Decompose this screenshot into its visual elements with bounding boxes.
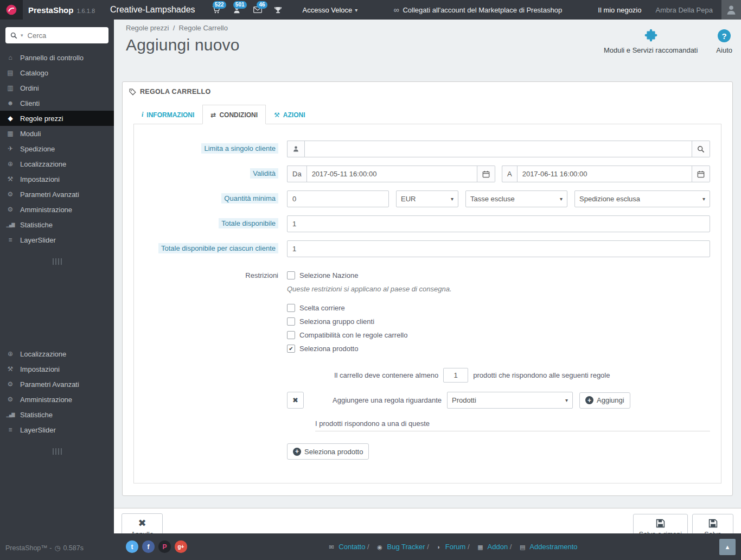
sidebar-item-advanced-parameters[interactable]: ⚙Parametri Avanzati: [0, 187, 114, 202]
tab-informazioni[interactable]: i INFORMAZIONI: [133, 105, 202, 124]
sidebar-item-customers[interactable]: ☻Clienti: [0, 96, 114, 111]
save-button[interactable]: Salva: [692, 514, 733, 534]
tax-select[interactable]: Tasse escluse: [465, 190, 567, 207]
footer-link-addon[interactable]: Addon: [488, 543, 508, 551]
marketplace-link[interactable]: ∞ Collegati all'account del Marketplace …: [393, 5, 562, 14]
plus-icon: +: [293, 448, 301, 456]
cart-min-products-input[interactable]: [443, 368, 468, 383]
prestashop-social-icon[interactable]: P: [158, 540, 171, 553]
sidebar-item-orders[interactable]: ▥Ordini: [0, 80, 114, 96]
remove-rule-group-button[interactable]: ✖: [287, 392, 304, 409]
checkbox-box: [287, 331, 295, 339]
messages-notifications-button[interactable]: 46: [247, 0, 268, 20]
brand: Presta Shop 1.6.1.8: [28, 5, 95, 15]
tab-condizioni[interactable]: ⇄ CONDIZIONI: [202, 105, 266, 124]
select-product-button[interactable]: + Seleziona prodotto: [287, 443, 369, 460]
googleplus-icon[interactable]: g+: [175, 540, 187, 553]
sidebar-item-stats[interactable]: ▁▄▇Statistiche: [0, 217, 114, 232]
tab-azioni[interactable]: ⚒ AZIONI: [266, 105, 313, 124]
footer-link-forum[interactable]: Forum: [445, 543, 466, 551]
help-button[interactable]: ? Aiuto: [716, 29, 732, 54]
checkbox-product-selection[interactable]: ✔ Seleziona prodotto: [287, 345, 710, 353]
search-input[interactable]: [27, 31, 104, 40]
user-menu[interactable]: Ambra Della Pepa: [655, 6, 713, 14]
breadcrumb-cart-rules[interactable]: Regole Carrello: [179, 24, 228, 32]
my-shop-link[interactable]: Il mio negozio: [598, 6, 641, 14]
limit-customer-input[interactable]: [304, 141, 692, 157]
sidebar-item-label: Impostazioni: [20, 175, 60, 183]
sidebar-item-modules[interactable]: ▦Moduli: [0, 126, 114, 141]
sidebar-item-layerslider-2[interactable]: ≡LayerSlider: [0, 422, 114, 437]
footer-link-bug-tracker[interactable]: Bug Tracker: [387, 543, 425, 551]
puzzle-icon: [644, 28, 658, 42]
shipping-select[interactable]: Spedizione esclusa: [574, 190, 710, 207]
date-to-input[interactable]: [517, 166, 692, 182]
facebook-icon[interactable]: f: [142, 540, 155, 553]
sidebar-item-preferences[interactable]: ⚒Impostazioni: [0, 171, 114, 187]
sidebar-collapse-handle[interactable]: [0, 448, 114, 455]
currency-select[interactable]: EUR: [396, 190, 458, 207]
orders-notifications-button[interactable]: 522: [206, 0, 227, 20]
achievements-button[interactable]: [268, 0, 289, 20]
rule-match-heading: I prodotti rispondono a una di queste: [315, 419, 710, 428]
sidebar-item-administration[interactable]: ⚙Amministrazione: [0, 202, 114, 217]
footer-separator: /: [510, 543, 512, 551]
add-rule-button[interactable]: + Aggiungi: [579, 392, 630, 409]
wrench-icon: ⚒: [5, 365, 15, 373]
sidebar-item-layerslider[interactable]: ≡LayerSlider: [0, 232, 114, 247]
total-available-label: Totale disponibile: [219, 218, 278, 228]
date-from-input[interactable]: [306, 166, 477, 182]
sidebar-item-localization-2[interactable]: ⊕Localizzazione: [0, 346, 114, 361]
sidebar-item-localization[interactable]: ⊕Localizzazione: [0, 156, 114, 171]
min-quantity-input[interactable]: [287, 190, 389, 207]
rule-type-select[interactable]: Prodotti: [447, 392, 573, 409]
cart-min-products-text-after: prodotti che rispondono alle seguenti re…: [473, 371, 610, 379]
checkbox-group-restriction[interactable]: Seleziona gruppo clienti: [287, 317, 710, 326]
checkbox-carrier-restriction[interactable]: Scelta corriere: [287, 304, 710, 312]
checkbox-cart-rule-compatibility[interactable]: Compatibilità con le regole carrello: [287, 331, 710, 339]
avatar[interactable]: [721, 0, 741, 20]
search-scope-caret[interactable]: ▾: [21, 33, 23, 38]
footer-links: ✉ Contatto / ◉ Bug Tracker / ◗ Forum / ▦…: [187, 543, 719, 551]
shop-name-link[interactable]: Creative-Lampshades: [110, 5, 195, 15]
save-and-stay-label: Salva e rimani: [639, 531, 682, 534]
sidebar-item-label: LayerSlider: [20, 236, 56, 244]
customer-search-button[interactable]: [692, 141, 710, 157]
quick-access-menu[interactable]: Accesso Veloce ▾: [303, 6, 358, 14]
bar-chart-icon: ▁▄▇: [5, 412, 15, 417]
sidebar-item-advanced-parameters-2[interactable]: ⚙Parametri Avanzati: [0, 377, 114, 392]
sidebar-item-shipping[interactable]: ✈Spedizione: [0, 141, 114, 156]
date-to-calendar-button[interactable]: [692, 166, 710, 182]
sidebar-collapse-handle[interactable]: [0, 258, 114, 265]
date-from-calendar-button[interactable]: [477, 166, 495, 182]
breadcrumb-price-rules[interactable]: Regole prezzi: [126, 24, 169, 32]
sidebar-item-label: Statistiche: [20, 411, 53, 419]
prestashop-logo[interactable]: [0, 0, 23, 20]
footer-link-training[interactable]: Addestramento: [529, 543, 577, 551]
save-and-stay-button[interactable]: Salva e rimani: [633, 514, 688, 534]
sidebar-item-stats-2[interactable]: ▁▄▇Statistiche: [0, 407, 114, 422]
twitter-icon[interactable]: t: [126, 540, 138, 553]
sidebar-item-administration-2[interactable]: ⚙Amministrazione: [0, 392, 114, 407]
total-per-customer-input[interactable]: [287, 240, 710, 257]
cancel-label: Annulla: [131, 531, 154, 533]
sidebar-item-label: Ordini: [20, 84, 39, 92]
checkbox-country-restriction[interactable]: Selezione Nazione: [287, 271, 710, 279]
scroll-to-top-button[interactable]: ▲: [719, 539, 736, 555]
sidebar-item-label: Amministrazione: [20, 206, 72, 214]
sidebar-item-catalog[interactable]: ▤Catalogo: [0, 65, 114, 80]
sidebar-item-label: Impostazioni: [20, 365, 60, 373]
checkbox-label: Compatibilità con le regole carrello: [299, 331, 407, 339]
total-available-input[interactable]: [287, 215, 710, 232]
truck-icon: ✈: [5, 145, 15, 152]
select-product-label: Seleziona prodotto: [304, 448, 363, 456]
checkbox-label: Seleziona prodotto: [299, 345, 358, 353]
sidebar-item-preferences-2[interactable]: ⚒Impostazioni: [0, 361, 114, 377]
cancel-button[interactable]: ✖ Annulla: [122, 513, 163, 533]
footer-link-contact[interactable]: Contatto: [338, 543, 365, 551]
customers-notifications-button[interactable]: 501: [227, 0, 247, 20]
person-addon-icon: [287, 141, 304, 157]
sidebar-item-price-rules[interactable]: ◆Regole prezzi: [0, 111, 114, 126]
sidebar-item-dashboard[interactable]: ⌂Pannello di controllo: [0, 50, 114, 65]
recommended-modules-button[interactable]: Moduli e Servizi raccomandati: [604, 28, 698, 54]
